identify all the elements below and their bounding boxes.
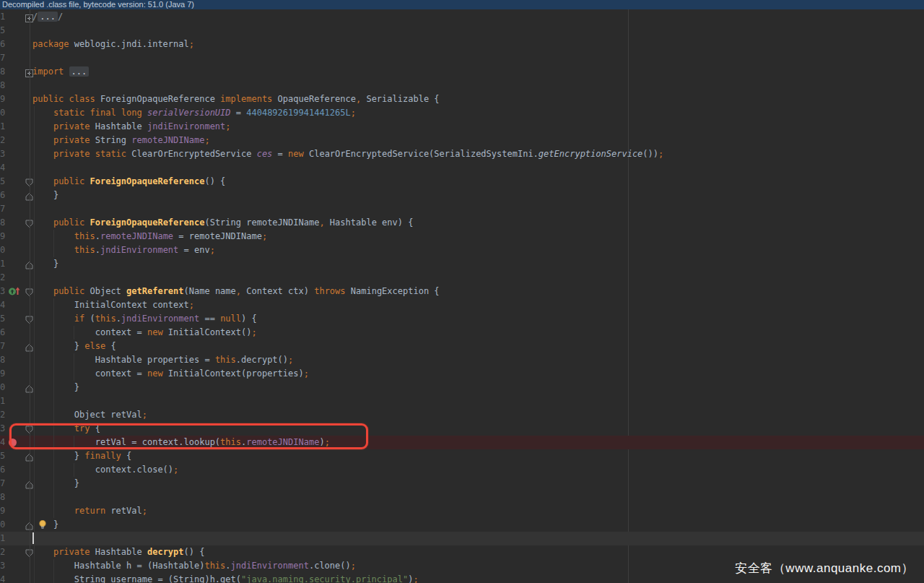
code-line[interactable]: 7 } else { [0,340,924,353]
line-number[interactable]: 6 [0,463,5,477]
line-number[interactable]: 9 [0,92,5,106]
code-line[interactable]: 6 context.close(); [0,463,924,477]
line-number[interactable]: 2 [0,271,5,285]
code-text [32,491,74,504]
code-text: package weblogic.jndi.internal; [32,38,194,51]
line-number[interactable]: 5 [0,175,5,189]
code-line[interactable]: 7 } [0,477,924,491]
annotation-highlight-box [9,423,368,449]
code-line[interactable]: 7 [0,51,924,65]
line-number[interactable]: 1 [0,257,5,271]
code-line[interactable]: 2 private String remoteJNDIName; [0,134,924,147]
code-line[interactable]: 4 InitialContext context; [0,298,924,312]
line-number[interactable]: 5 [0,449,5,463]
code-text: Hashtable properties = this.decrypt(); [32,353,293,367]
line-number[interactable]: 1 [0,532,5,545]
line-number[interactable]: 5 [0,312,5,326]
code-line[interactable]: 8 [0,79,924,92]
code-line[interactable]: 5 public ForeignOpaqueReference() { [0,175,924,189]
code-text: } [32,189,58,202]
line-number[interactable]: 2 [0,545,5,559]
line-number[interactable]: 4 [0,161,5,175]
line-number[interactable]: 0 [0,243,5,257]
code-text: } [32,381,79,394]
code-line[interactable]: 6 } [0,189,924,202]
code-line[interactable]: 8import ... [0,65,924,79]
code-line[interactable]: 9 context = new InitialContext(propertie… [0,367,924,381]
code-line[interactable]: 1 } [0,257,924,271]
code-text: this.jndiEnvironment = env; [32,243,215,257]
code-text: InitialContext context; [32,298,194,312]
line-number[interactable]: 6 [0,326,5,340]
code-line[interactable]: 9 this.remoteJNDIName = remoteJNDIName; [0,230,924,243]
code-line[interactable]: 3 private static ClearOrEncryptedService… [0,147,924,161]
code-line[interactable]: 1 private Hashtable jndiEnvironment; [0,120,924,134]
line-number[interactable]: 3 [0,147,5,161]
line-number[interactable]: 8 [0,79,5,92]
code-line[interactable]: 1 [0,532,924,545]
line-number[interactable]: 3 [0,559,5,573]
line-number[interactable]: 3 [0,285,5,298]
code-line[interactable]: 2 private Hashtable decrypt() { [0,545,924,559]
line-number[interactable]: 4 [0,298,5,312]
code-line[interactable]: 5 [0,24,924,38]
code-text: } else { [32,340,116,353]
code-line[interactable]: 4 [0,161,924,175]
code-line[interactable]: 2 [0,271,924,285]
line-number[interactable]: 6 [0,189,5,202]
line-number[interactable]: 7 [0,202,5,216]
code-text: } [32,257,58,271]
code-line[interactable]: 1 [0,394,924,408]
code-line[interactable]: 9public class ForeignOpaqueReference imp… [0,92,924,106]
line-number[interactable]: 0 [0,106,5,120]
line-number[interactable]: 4 [0,573,5,583]
line-number[interactable]: 1 [0,10,5,24]
code-lines-container[interactable]: 1/.../56package weblogic.jndi.internal;7… [0,10,924,583]
code-line[interactable]: 0 this.jndiEnvironment = env; [0,243,924,257]
line-number[interactable]: 2 [0,134,5,147]
line-number[interactable]: 9 [0,367,5,381]
line-number[interactable]: 3 [0,422,5,436]
code-line[interactable]: 0 } [0,518,924,532]
line-number[interactable]: 8 [0,65,5,79]
line-number[interactable]: 2 [0,408,5,422]
code-line[interactable]: 3 public Object getReferent(Name name, C… [0,285,924,298]
code-text: context = new InitialContext(); [32,326,257,340]
line-number[interactable]: 1 [0,394,5,408]
code-text: import ... [32,65,89,79]
line-number[interactable]: 4 [0,436,5,449]
line-number[interactable]: 1 [0,120,5,134]
line-number[interactable]: 8 [0,216,5,230]
line-number[interactable]: 9 [0,504,5,518]
code-line[interactable]: 5 } finally { [0,449,924,463]
code-line[interactable]: 2 Object retVal; [0,408,924,422]
code-line[interactable]: 9 return retVal; [0,504,924,518]
code-text: this.remoteJNDIName = remoteJNDIName; [32,230,267,243]
code-line[interactable]: 1/.../ [0,10,924,24]
line-number[interactable]: 0 [0,381,5,394]
code-line[interactable]: 8 [0,491,924,504]
line-number[interactable]: 8 [0,491,5,504]
code-line[interactable]: 5 if (this.jndiEnvironment == null) { [0,312,924,326]
line-number[interactable]: 8 [0,353,5,367]
code-line[interactable]: 6package weblogic.jndi.internal; [0,38,924,51]
override-method-icon[interactable] [8,287,21,301]
line-number[interactable]: 0 [0,518,5,532]
code-text: String username = (String)h.get("java.na… [32,573,419,583]
code-editor[interactable]: 1/.../56package weblogic.jndi.internal;7… [0,9,924,583]
code-line[interactable]: 8 public ForeignOpaqueReference(String r… [0,216,924,230]
code-line[interactable]: 0 } [0,381,924,394]
line-number[interactable]: 7 [0,477,5,491]
code-text [32,394,74,408]
text-caret [32,532,34,544]
line-number[interactable]: 7 [0,51,5,65]
line-number[interactable]: 9 [0,230,5,243]
code-line[interactable]: 0 static final long serialVersionUID = 4… [0,106,924,120]
code-line[interactable]: 6 context = new InitialContext(); [0,326,924,340]
line-number[interactable]: 7 [0,340,5,353]
line-number[interactable]: 6 [0,38,5,51]
code-line[interactable]: 8 Hashtable properties = this.decrypt(); [0,353,924,367]
code-line[interactable]: 7 [0,202,924,216]
intention-bulb-icon[interactable] [38,520,47,534]
line-number[interactable]: 5 [0,24,5,38]
